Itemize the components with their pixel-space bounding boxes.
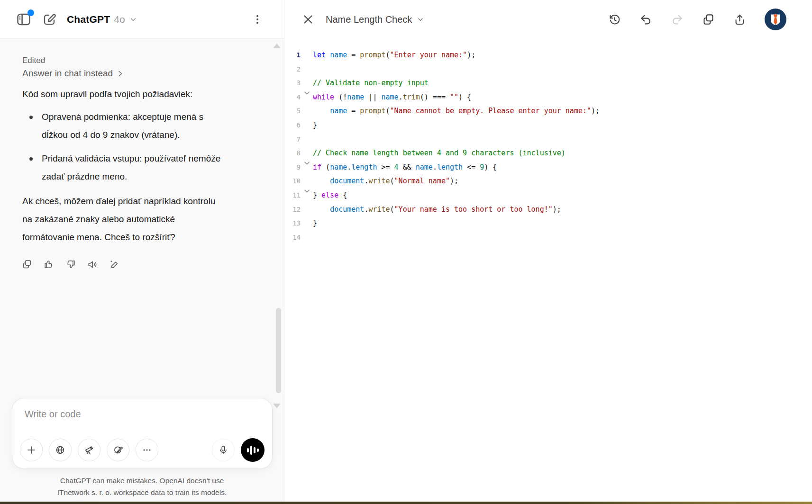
assistant-message: Kód som upravil podľa tvojich požiadavie…	[22, 85, 284, 246]
more-tools-button[interactable]	[136, 439, 158, 461]
conversation-menu-button[interactable]	[253, 14, 262, 25]
code-text	[313, 231, 317, 245]
microphone-icon	[218, 445, 228, 455]
waveform-icon	[257, 449, 259, 452]
gutter-spacer	[301, 216, 313, 231]
chevron-down-icon	[129, 15, 137, 24]
code-editor[interactable]: 1let name = prompt("Enter your name:");2…	[284, 39, 812, 244]
line-number: 12	[284, 203, 301, 217]
line-number: 6	[284, 118, 301, 133]
canvas-title: Name Length Check	[326, 14, 412, 25]
code-line: 14	[284, 231, 812, 245]
line-number: 9	[284, 161, 301, 175]
share-button[interactable]	[733, 13, 746, 26]
new-chat-button[interactable]	[42, 12, 56, 27]
undo-icon	[639, 13, 652, 26]
gutter-spacer	[301, 48, 313, 63]
bullet-item: Opravená podmienka: akceptuje mená s dĺž…	[22, 108, 226, 144]
thumbs-down-button[interactable]	[65, 259, 76, 270]
line-number: 11	[284, 189, 301, 203]
thumbs-down-icon	[65, 259, 76, 270]
code-line: 9if (name.length >= 4 && name.length <= …	[284, 161, 812, 175]
gutter-spacer	[301, 203, 313, 217]
search-web-button[interactable]	[49, 439, 72, 461]
telescope-icon	[84, 445, 95, 456]
code-text	[313, 133, 317, 147]
model-selector[interactable]: ChatGPT 4o	[67, 14, 137, 25]
edit-in-canvas-button[interactable]	[109, 259, 120, 270]
line-number: 8	[284, 146, 301, 161]
answer-in-chat-link[interactable]: Answer in chat instead	[22, 68, 124, 79]
gutter-spacer	[301, 118, 313, 133]
fold-chevron-icon[interactable]	[301, 161, 313, 175]
gutter-spacer	[301, 146, 313, 161]
message-intro: Kód som upravil podľa tvojich požiadavie…	[22, 85, 240, 103]
code-text: document.write("Your name is too short o…	[313, 203, 561, 217]
code-text: }	[313, 118, 317, 133]
redo-button[interactable]	[671, 13, 684, 26]
undo-button[interactable]	[639, 13, 652, 26]
code-text: let name = prompt("Enter your name:");	[313, 48, 475, 63]
fold-chevron-icon[interactable]	[301, 189, 313, 203]
line-number: 10	[284, 174, 301, 189]
voice-mode-button[interactable]	[241, 438, 265, 462]
edited-label: Edited	[22, 56, 284, 65]
app-window: ChatGPT 4o Edited Answer in chat instead	[0, 0, 812, 502]
code-text	[313, 63, 317, 77]
speaker-icon	[87, 259, 98, 270]
copy-code-button[interactable]	[702, 13, 715, 26]
gutter-spacer	[301, 63, 313, 77]
deep-research-button[interactable]	[78, 439, 100, 461]
thumbs-up-button[interactable]	[43, 259, 55, 270]
window-bottom-edge	[0, 502, 812, 504]
fold-chevron-icon[interactable]	[301, 90, 313, 105]
code-text: // Validate non-empty input	[313, 76, 429, 90]
scrollbar-down-arrow[interactable]	[273, 404, 281, 408]
close-icon	[302, 13, 314, 26]
canvas-panel: Name Length Check	[284, 0, 812, 502]
waveform-icon	[250, 446, 252, 455]
notification-dot	[27, 9, 34, 16]
read-aloud-button[interactable]	[87, 259, 98, 270]
code-text: name = prompt("Name cannot be empty. Ple…	[313, 104, 600, 118]
kebab-menu-icon	[253, 14, 262, 25]
gutter-spacer	[301, 231, 313, 245]
create-image-button[interactable]	[107, 439, 129, 461]
scrollbar-thumb[interactable]	[276, 308, 281, 393]
gutter-spacer	[301, 76, 313, 90]
composer-input[interactable]	[21, 409, 264, 430]
workspace-avatar[interactable]	[765, 9, 786, 30]
code-line: 7	[284, 133, 812, 147]
ellipsis-icon	[142, 445, 152, 455]
scrollbar-up-arrow[interactable]	[273, 44, 281, 48]
line-number: 4	[284, 90, 301, 105]
edit-sparkle-icon	[109, 259, 120, 270]
waveform-icon	[247, 448, 249, 452]
line-number: 7	[284, 133, 301, 147]
sidebar-toggle-button[interactable]	[16, 11, 32, 27]
canvas-header: Name Length Check	[284, 0, 812, 39]
dictate-button[interactable]	[212, 439, 235, 461]
code-line: 4while (!name || name.trim() === "") {	[284, 90, 812, 105]
version-history-button[interactable]	[608, 13, 621, 26]
gutter-spacer	[301, 133, 313, 147]
attach-button[interactable]	[20, 439, 43, 461]
code-text: while (!name || name.trim() === "") {	[313, 90, 471, 105]
code-text: }	[313, 216, 317, 231]
chat-header: ChatGPT 4o	[0, 0, 284, 39]
close-canvas-button[interactable]	[302, 13, 314, 26]
globe-icon	[55, 445, 65, 455]
thumbs-up-icon	[44, 259, 54, 270]
copy-icon	[22, 259, 32, 270]
composer	[12, 398, 273, 469]
share-icon	[733, 13, 746, 26]
waveform-icon	[254, 447, 255, 453]
line-number: 3	[284, 76, 301, 90]
copy-message-button[interactable]	[21, 259, 33, 270]
canvas-title-menu[interactable]: Name Length Check	[326, 14, 424, 25]
code-line: 10 document.write("Normal name");	[284, 174, 812, 189]
chat-panel: ChatGPT 4o Edited Answer in chat instead	[0, 0, 284, 502]
disclaimer: ChatGPT can make mistakes. OpenAI doesn'…	[0, 475, 284, 498]
line-number: 13	[284, 216, 301, 231]
code-text: } else {	[313, 189, 347, 203]
